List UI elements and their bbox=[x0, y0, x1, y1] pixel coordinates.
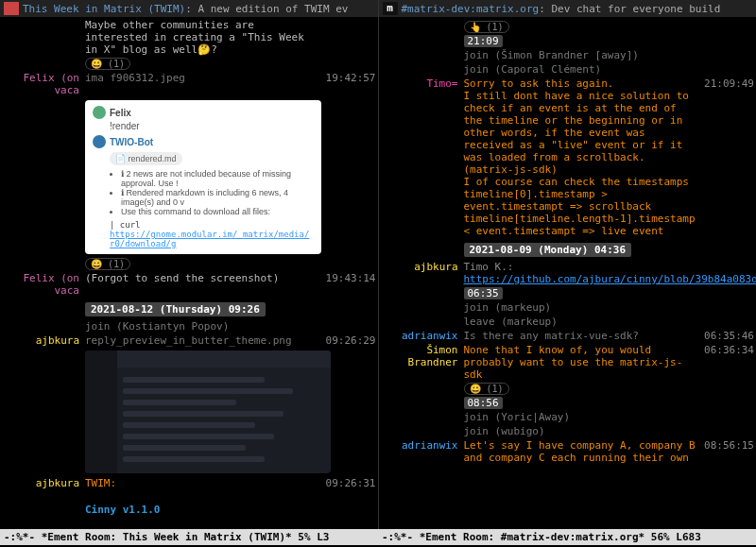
timestamp: 09:26:31 bbox=[319, 477, 376, 489]
join-event: join (markeup) bbox=[464, 301, 755, 314]
message-line: I still dont have a nice solution to che… bbox=[464, 90, 689, 163]
right-pane: m #matrix-dev:matrix.org : Dev chat for … bbox=[379, 0, 757, 529]
join-row: join (Šimon Brandner [away]) bbox=[381, 49, 755, 61]
message-body: ima f906312.jpeg bbox=[85, 72, 319, 96]
sender: Felix (on vaca bbox=[2, 272, 85, 297]
timestamp: 21:09:49 bbox=[697, 77, 754, 237]
embed-list: ℹ 2 news are not included because of mis… bbox=[121, 169, 314, 216]
sender: adrianwix bbox=[381, 439, 464, 464]
room-icon: m bbox=[383, 2, 398, 15]
embed-sender: Felix bbox=[110, 108, 131, 118]
date-divider: 2021-08-09 (Monday) 04:36 bbox=[464, 243, 632, 257]
reaction[interactable]: 😀 (1) bbox=[85, 258, 130, 270]
embed-text: !render bbox=[110, 121, 314, 131]
list-item: ℹ 2 news are not included because of mis… bbox=[121, 169, 314, 188]
message-row: ajbkura TWIM: 09:26:31 bbox=[2, 477, 376, 489]
join-event: join (Caporal Clément) bbox=[464, 63, 755, 76]
avatar-icon bbox=[93, 135, 106, 148]
file-chip[interactable]: 📄 rendered.md bbox=[110, 152, 182, 165]
join-row: join (Yoric|Away) bbox=[381, 411, 755, 423]
time-badge: 21:09 bbox=[464, 35, 503, 47]
heading: Cinny v1.1.0 bbox=[85, 504, 319, 516]
reaction[interactable]: 👆 (1) bbox=[464, 21, 509, 33]
message-line: timeline[timeline.length-1].timestamp < … bbox=[464, 213, 696, 237]
join-row: join (wubigo) bbox=[381, 425, 755, 437]
reaction[interactable]: 😀 (1) bbox=[85, 58, 130, 70]
modeline-right: -:%*- *Ement Room: #matrix-dev:matrix.or… bbox=[378, 531, 756, 543]
message-body: None that I know of, you would probably … bbox=[464, 344, 698, 395]
embed-sender: TWIO-Bot bbox=[110, 137, 153, 147]
sender: Felix (on vaca bbox=[2, 72, 85, 96]
join-row: join (Kostiantyn Popov) bbox=[2, 320, 376, 333]
join-row: join (Caporal Clément) bbox=[381, 63, 755, 76]
message-text: It has been almost two weeks since we ha… bbox=[85, 528, 319, 529]
time-row: 06:35 bbox=[381, 287, 755, 299]
room-topic: : Dev chat for everyone build bbox=[539, 3, 720, 15]
message-text: None that I know of, you would probably … bbox=[464, 344, 683, 381]
modeline: -:%*- *Ement Room: This Week in Matrix (… bbox=[0, 529, 756, 545]
sender: ajbkura bbox=[2, 334, 85, 347]
timestamp: 08:56:15 bbox=[697, 439, 754, 464]
room-name: This Week in Matrix (TWIM) bbox=[23, 3, 185, 15]
message-row: Felix (on vaca (Forgot to send the scree… bbox=[2, 272, 376, 297]
message-row: adrianwix Is there any matrix-vue-sdk? 0… bbox=[381, 330, 755, 342]
embed-row bbox=[2, 349, 376, 475]
message-line: (matrix-js-sdk) bbox=[464, 163, 558, 176]
left-pane: This Week in Matrix (TWIM) : A new editi… bbox=[0, 0, 379, 529]
left-topic-bar: This Week in Matrix (TWIM) : A new editi… bbox=[0, 0, 378, 17]
time-row: 08:56 bbox=[381, 397, 755, 409]
sender: ajbkura bbox=[2, 477, 85, 489]
timestamp: 06:36:34 bbox=[697, 344, 754, 395]
timestamp: 19:42:57 bbox=[319, 72, 376, 96]
message-row: adrianwix Let's say I have company A, co… bbox=[381, 439, 755, 464]
embed-row: Felix !render TWIO-Bot 📄 rendered.md ℹ 2… bbox=[2, 98, 376, 270]
message-body: Sorry to ask this again. I still dont ha… bbox=[464, 77, 698, 237]
reaction-row: 👆 (1) bbox=[381, 19, 755, 33]
join-event: join (wubigo) bbox=[464, 425, 755, 437]
avatar-icon bbox=[93, 106, 106, 119]
room-name: #matrix-dev:matrix.org bbox=[402, 3, 540, 15]
link[interactable]: https://github.com/ajbura/cinny/blob/39b… bbox=[464, 273, 757, 285]
modeline-left: -:%*- *Ement Room: This Week in Matrix (… bbox=[0, 531, 378, 543]
link[interactable]: https://gnome.modular.im/_matrix/media/r… bbox=[110, 230, 309, 248]
room-topic: : A new edition of TWIM ev bbox=[185, 3, 348, 15]
message-line: Sorry to ask this again. bbox=[464, 77, 614, 90]
list-item: Use this command to download all files: bbox=[121, 207, 314, 216]
message-row: Maybe other communities are interested i… bbox=[2, 19, 376, 70]
room-icon bbox=[4, 2, 19, 15]
time-badge: 08:56 bbox=[464, 397, 503, 409]
time-row: 21:09 bbox=[381, 35, 755, 47]
time-badge: 06:35 bbox=[464, 287, 503, 299]
embed-code: | curl https://gnome.modular.im/_matrix/… bbox=[110, 220, 314, 248]
join-event: join (Šimon Brandner [away]) bbox=[464, 49, 755, 61]
message-body: TWIM: bbox=[85, 477, 319, 489]
timestamp: 19:43:14 bbox=[319, 272, 376, 297]
right-topic-bar: m #matrix-dev:matrix.org : Dev chat for … bbox=[379, 0, 757, 17]
message-row: Felix (on vaca ima f906312.jpeg 19:42:57 bbox=[2, 72, 376, 96]
message-body: Let's say I have company A, company B an… bbox=[464, 439, 698, 464]
message-row: ajbkura reply_preview_in_butter_theme.pn… bbox=[2, 334, 376, 347]
message-body: Timo K.: https://github.com/ajbura/cinny… bbox=[464, 261, 757, 285]
sender bbox=[2, 19, 85, 70]
timestamp: 06:35:46 bbox=[697, 330, 754, 342]
right-messages[interactable]: 👆 (1) 21:09 join (Šimon Brandner [away])… bbox=[379, 17, 757, 529]
left-messages[interactable]: Maybe other communities are interested i… bbox=[0, 17, 378, 529]
screenshot-embed[interactable] bbox=[85, 350, 331, 473]
message-body: reply_preview_in_butter_theme.png bbox=[85, 334, 319, 347]
leave-row: leave (markeup) bbox=[381, 316, 755, 328]
list-item: ℹ Rendered markdown is including 6 news,… bbox=[121, 188, 314, 207]
timestamp: 09:26:29 bbox=[319, 334, 376, 347]
join-row: join (markeup) bbox=[381, 301, 755, 314]
reply-label: Timo K.: bbox=[464, 261, 514, 273]
image-embed[interactable]: Felix !render TWIO-Bot 📄 rendered.md ℹ 2… bbox=[85, 100, 321, 254]
timestamp bbox=[319, 19, 376, 70]
message-body: (Forgot to send the screenshot) bbox=[85, 272, 319, 297]
reaction[interactable]: 😀 (1) bbox=[464, 383, 509, 395]
message-row: Timo= Sorry to ask this again. I still d… bbox=[381, 77, 755, 237]
join-event: join (Kostiantyn Popov) bbox=[85, 320, 319, 333]
message-row: Šimon Brandner None that I know of, you … bbox=[381, 344, 755, 395]
sender: ajbkura bbox=[381, 261, 464, 285]
message-row: ajbkura Timo K.: https://github.com/ajbu… bbox=[381, 261, 755, 285]
sender: adrianwix bbox=[381, 330, 464, 342]
message-body: Is there any matrix-vue-sdk? bbox=[464, 330, 698, 342]
